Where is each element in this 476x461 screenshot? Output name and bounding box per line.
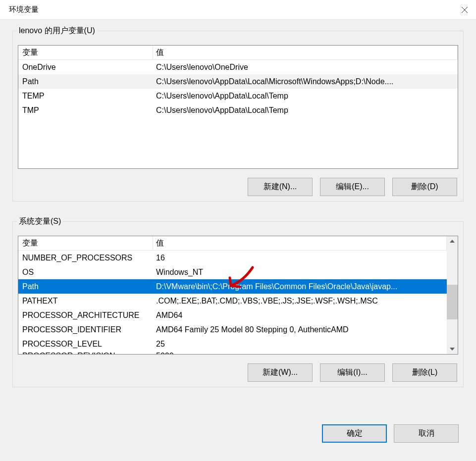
table-row-selected[interactable]: Path D:\VMware\bin\;C:\Program Files\Com… [18,279,447,294]
table-row[interactable]: PROCESSOR_REVISION 5000 [18,351,447,354]
user-delete-button[interactable]: 删除(D) [392,178,457,196]
system-vars-buttons: 新建(W)... 编辑(I)... 删除(L) [18,363,458,382]
table-row[interactable]: PATHEXT .COM;.EXE;.BAT;.CMD;.VBS;.VBE;.J… [18,294,447,308]
system-delete-button[interactable]: 删除(L) [392,363,457,382]
titlebar: 环境变量 [0,0,476,20]
system-edit-button[interactable]: 编辑(I)... [320,363,385,382]
scroll-up-icon[interactable] [447,236,458,246]
ok-button[interactable]: 确定 [322,424,387,443]
col-var-header[interactable]: 变量 [18,236,153,251]
close-icon [461,6,468,13]
user-vars-label: lenovo 的用户变量(U) [17,26,97,36]
user-vars-header: 变量 值 [18,46,458,60]
system-vars-list[interactable]: 变量 值 NUMBER_OF_PROCESSORS 16 OS Windows_… [18,236,458,355]
user-new-button[interactable]: 新建(N)... [248,178,313,196]
user-vars-group: lenovo 的用户变量(U) 变量 值 OneDrive C:\Users\l… [12,31,464,202]
table-row[interactable]: OS Windows_NT [18,265,447,279]
table-row[interactable]: Path C:\Users\lenovo\AppData\Local\Micro… [18,74,458,89]
close-button[interactable] [453,0,476,20]
col-val-header[interactable]: 值 [153,236,447,251]
dialog-body: lenovo 的用户变量(U) 变量 值 OneDrive C:\Users\l… [0,20,476,461]
col-val-header[interactable]: 值 [153,46,458,60]
user-edit-button[interactable]: 编辑(E)... [320,178,385,196]
col-var-header[interactable]: 变量 [18,46,153,60]
user-vars-list[interactable]: 变量 值 OneDrive C:\Users\lenovo\OneDrive P… [18,45,458,169]
system-new-button[interactable]: 新建(W)... [248,363,313,382]
system-vars-group: 系统变量(S) 变量 值 NUMBER_OF_PROCESSORS 16 OS … [12,221,464,387]
dialog-footer: 确定 取消 [12,407,464,443]
user-vars-buttons: 新建(N)... 编辑(E)... 删除(D) [18,178,458,196]
scrollbar-thumb[interactable] [447,285,458,319]
scrollbar[interactable] [447,236,458,354]
cancel-button[interactable]: 取消 [394,424,459,443]
table-row[interactable]: OneDrive C:\Users\lenovo\OneDrive [18,60,458,74]
window-title: 环境变量 [0,5,453,14]
system-vars-label: 系统变量(S) [17,216,63,227]
table-row[interactable]: PROCESSOR_LEVEL 25 [18,337,447,351]
system-vars-header: 变量 值 [18,236,447,251]
table-row[interactable]: PROCESSOR_IDENTIFIER AMD64 Family 25 Mod… [18,322,447,337]
table-row[interactable]: TEMP C:\Users\lenovo\AppData\Local\Temp [18,89,458,103]
table-row[interactable]: NUMBER_OF_PROCESSORS 16 [18,251,447,265]
scroll-down-icon[interactable] [447,344,458,354]
table-row[interactable]: PROCESSOR_ARCHITECTURE AMD64 [18,308,447,322]
table-row[interactable]: TMP C:\Users\lenovo\AppData\Local\Temp [18,103,458,117]
scrollbar-track[interactable] [447,246,458,344]
